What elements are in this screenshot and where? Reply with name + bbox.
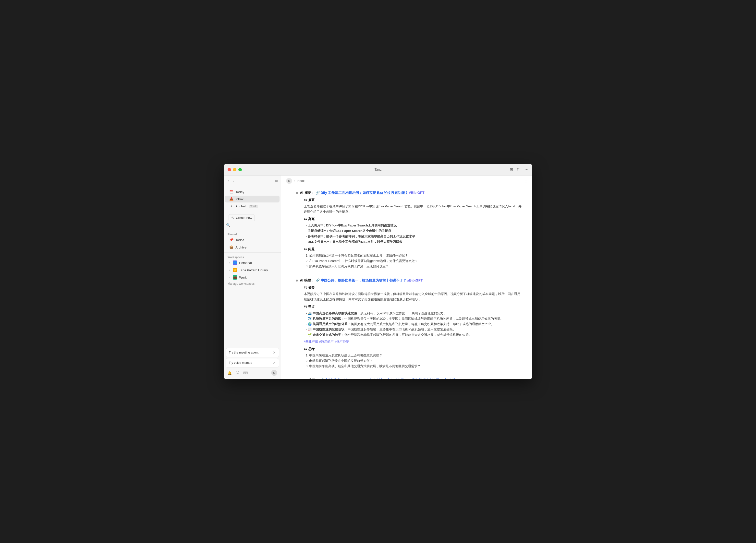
meeting-agent-card: Try the meeting agent ✕: [226, 348, 279, 357]
workspace-personal[interactable]: › 🌐 Personal: [225, 259, 280, 266]
help-icon[interactable]: ⓪: [236, 371, 239, 375]
body-text-1-1: 王书逸老师在这个视频中讲解了如何在DIYflow中实现Exa Paper Sea…: [304, 204, 523, 215]
sidebar-item-label-today: Today: [235, 190, 244, 194]
article-bullet-2: AI 摘要： 🔗 中国公路、铁路世界第一，机场数量为啥前十都进不了？ #Bibi…: [296, 278, 523, 370]
search-button[interactable]: 🔍: [226, 223, 230, 227]
sidebar-top: ‹ › ⊞: [224, 176, 281, 186]
article-entry-3: ▶ AI 摘要： 🔗【精校】第一讲Sam Altman: 如何创办一家初创公司｜…: [296, 378, 523, 379]
manage-workspaces-link[interactable]: Manage workspaces: [224, 281, 281, 286]
sidebar-toggle-button[interactable]: ⊞: [275, 179, 278, 183]
workspace-label-tana: Tana Pattern Library: [239, 268, 268, 272]
list-item: - ✈️ 机场数量不足的原因：中国机场数量仅占美国的1/30，主要因为民用运输机…: [304, 316, 523, 321]
traffic-lights: [228, 168, 242, 171]
bell-icon[interactable]: 🔔: [228, 371, 232, 375]
meeting-agent-close[interactable]: ✕: [273, 350, 276, 354]
section-heading-2-2: ## 亮点: [304, 304, 523, 309]
user-avatar[interactable]: U: [271, 370, 277, 376]
list-item: 3. 如果我也希望别人可以调用我的工作流，应该如何设置？: [304, 264, 523, 269]
article-row-3: ▶ AI 摘要： 🔗【精校】第一讲Sam Altman: 如何创办一家初创公司｜…: [296, 378, 523, 379]
settings-icon[interactable]: ⌨: [243, 371, 248, 375]
ws-icon-tana: ⭐: [233, 268, 237, 272]
ws-icon-personal: 🌐: [233, 261, 237, 265]
breadcrumb-inbox[interactable]: Inbox: [297, 179, 305, 183]
content-area: U / Inbox ··· ⊡ AI 摘要： 🔗 Dify 工作流工具构建示例：…: [281, 176, 532, 379]
article-link-1[interactable]: 🔗 Dify 工作流工具构建示例：如何实现 Exa 论文搜索功能？: [316, 191, 408, 195]
voice-memos-close[interactable]: ✕: [273, 361, 276, 365]
sidebar-item-archive[interactable]: 📦 Archive: [225, 244, 280, 251]
back-button[interactable]: ‹: [227, 178, 230, 184]
list-item: - 🌍 美国通用航空的成熟体系：美国拥有庞大的通用航空机场和飞机数量，得益于历史…: [304, 321, 523, 327]
article-link-2[interactable]: 🔗 中国公路、铁路世界第一，机场数量为啥前十都进不了？: [316, 278, 406, 282]
list-item: 2. 在Exa Paper Search中，什么时候需要勾选gettext选项，…: [304, 258, 523, 264]
section-heading-2-3: ## 思考: [304, 346, 523, 352]
list-item: - DSL文件导出**：导出整个工作流成为DSL文件，以便大家学习吸收: [304, 239, 523, 245]
chevron-work: ›: [229, 276, 230, 279]
panel-expand-button[interactable]: ⊡: [524, 179, 527, 183]
list-item: - 📈 中国航空业的发展现状：中国航空业起步较晚，主要集中在大型飞机和战机领域，…: [304, 327, 523, 332]
sidebar-footer: 🔔 ⓪ ⌨ U: [224, 368, 281, 377]
sidebar: ‹ › ⊞ 📅 Today 📥 Inbox ✦ AI chat CORE: [224, 176, 281, 379]
workspace-work[interactable]: › 💼 Work: [225, 274, 280, 281]
article-title-2[interactable]: AI 摘要： 🔗 中国公路、铁路世界第一，机场数量为啥前十都进不了？ #Bibi…: [300, 278, 523, 283]
article-link-3[interactable]: 🔗【精校】第一讲Sam Altman: 如何创办一家初创公司｜YC斯坦福经典创业…: [320, 378, 457, 379]
body-text-2-1: 本视频探讨了中国在公路和铁路建设方面取得的世界第一成就，但机场数量却未能进入全球…: [304, 291, 523, 302]
bullet-list-1-1: - 工具调用**：DIYflow中Exa Paper Search工具调用的设置…: [304, 223, 523, 244]
chevron-tana: ›: [229, 269, 230, 272]
section-heading-1-2: ## 高亮: [304, 217, 523, 222]
article-prefix-1: AI 摘要：: [300, 191, 315, 195]
sidebar-item-today[interactable]: 📅 Today: [225, 189, 280, 195]
minimize-button[interactable]: [233, 168, 236, 171]
archive-icon: 📦: [229, 245, 233, 249]
article-tag-1: #BibiGPT: [409, 191, 425, 195]
voice-memos-label: Try voice memos: [229, 361, 252, 364]
article-title-1[interactable]: AI 摘要： 🔗 Dify 工作流工具构建示例：如何实现 Exa 论文搜索功能？…: [300, 190, 523, 195]
workspace-tana[interactable]: › ⭐ Tana Pattern Library: [225, 267, 280, 273]
ws-icon-work: 💼: [233, 275, 237, 279]
ai-badge: CORE: [249, 205, 258, 208]
main-layout: ‹ › ⊞ 📅 Today 📥 Inbox ✦ AI chat CORE: [224, 176, 532, 379]
fullscreen-button[interactable]: [238, 168, 242, 171]
bullet-dot-2: [296, 279, 298, 281]
sidebar-item-label-todos: Todos: [235, 238, 244, 242]
ai-icon: ✦: [229, 204, 233, 208]
article-bullet-1: AI 摘要： 🔗 Dify 工作流工具构建示例：如何实现 Exa 论文搜索功能？…: [296, 190, 523, 270]
list-item: 1. 中国未来在通用航空机场建设上会有哪些政策调整？: [304, 353, 523, 358]
create-new-button[interactable]: ✎ Create new: [229, 214, 255, 221]
chevron-personal: ›: [229, 262, 230, 264]
section-heading-1-1: ## 摘要: [304, 197, 523, 203]
article-content-1: AI 摘要： 🔗 Dify 工作流工具构建示例：如何实现 Exa 论文搜索功能？…: [300, 190, 523, 270]
sidebar-item-ai-chat[interactable]: ✦ AI chat CORE: [225, 203, 280, 210]
list-item: - 关键点解读**：介绍Exa Paper Search各个步骤中的关键点: [304, 228, 523, 234]
divider-1: [224, 230, 281, 230]
article-body-2: ## 摘要 本视频探讨了中国在公路和铁路建设方面取得的世界第一成就，但机场数量却…: [304, 285, 523, 369]
voice-memos-card: Try voice memos ✕: [226, 358, 279, 367]
content-scroll[interactable]: AI 摘要： 🔗 Dify 工作流工具构建示例：如何实现 Exa 论文搜索功能？…: [281, 186, 532, 379]
sidebar-item-todos[interactable]: 📌 Todos: [225, 237, 280, 243]
sidebar-nav: 📅 Today 📥 Inbox ✦ AI chat CORE: [224, 186, 281, 212]
article-title-3[interactable]: AI 摘要： 🔗【精校】第一讲Sam Altman: 如何创办一家初创公司｜YC…: [304, 378, 523, 379]
translate-icon[interactable]: ⊞: [510, 167, 513, 172]
more-icon[interactable]: ⋯: [524, 167, 528, 172]
window-title: Tana: [375, 168, 381, 171]
pinned-label: Pinned: [224, 231, 281, 236]
section-heading-2-1: ## 摘要: [304, 285, 523, 290]
workspaces-label: Workspaces: [224, 254, 281, 259]
sidebar-item-inbox[interactable]: 📥 Inbox: [225, 196, 280, 203]
breadcrumb-more[interactable]: ···: [306, 179, 312, 183]
list-item: 3. 中国如何平衡高铁、航空和其他交通方式的发展，以满足不同地区的交通需求？: [304, 363, 523, 369]
breadcrumb-icon: U: [286, 178, 292, 184]
article-tag-3: #BibiGPT: [458, 378, 473, 379]
close-button[interactable]: [228, 168, 231, 171]
share-icon[interactable]: ⬚: [517, 167, 521, 172]
section-heading-1-3: ## 问题: [304, 247, 523, 252]
list-item: - 参考样例**：提供一个参考的样例，希望大家能够提高自己的工作流设置水平: [304, 234, 523, 239]
create-new-area: ✎ Create new 🔍: [224, 212, 281, 228]
sidebar-item-label-archive: Archive: [235, 246, 246, 249]
today-icon: 📅: [229, 190, 233, 194]
titlebar: Tana ⊞ ⬚ ⋯: [224, 164, 532, 176]
sidebar-item-label-inbox: Inbox: [235, 197, 244, 201]
forward-button[interactable]: ›: [232, 178, 235, 184]
app-window: Tana ⊞ ⬚ ⋯ ‹ › ⊞ 📅 Today 📥 Inbox: [224, 164, 532, 379]
collapse-toggle-3[interactable]: ▶: [296, 379, 298, 379]
numbered-list-1-1: 1. 如果我想自己构建一个符合实际需求的文献搜索工具，该如何开始呢？ 2. 在E…: [304, 253, 523, 269]
